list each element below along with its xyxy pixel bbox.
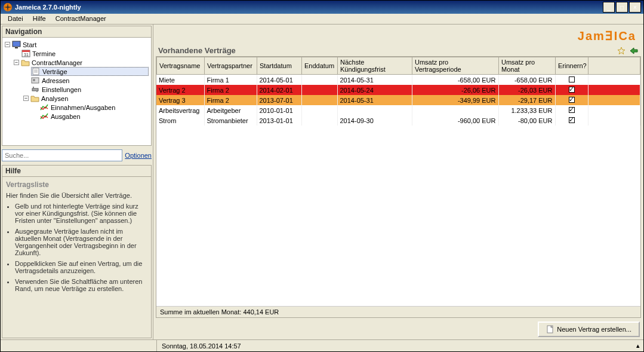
cell-remind[interactable] [555, 115, 588, 126]
hilfe-bullet: Ausgegraute Verträge laufen nicht im akt… [15, 228, 147, 256]
cell-name: Arbeitsvertrag [156, 105, 204, 115]
tree-node-einstellungen[interactable]: Einstellungen [5, 85, 149, 94]
table-row[interactable]: Vertrag 2Firma 22014-02-012014-05-24-26,… [156, 85, 640, 95]
table-scroll[interactable]: MieteFirma 12014-05-012014-05-31-658,00 … [156, 75, 640, 306]
cell-spacer [588, 75, 640, 85]
svg-rect-2 [15, 47, 18, 48]
svg-point-11 [33, 79, 35, 81]
cell-remind[interactable] [555, 75, 588, 85]
new-contract-label: Neuen Vertrag erstellen... [557, 326, 631, 333]
cell-name: Miete [156, 75, 204, 85]
col-umsatz-monat[interactable]: Umsatz pro Monat [499, 57, 556, 75]
col-spacer [588, 57, 640, 75]
table-row[interactable]: Vertrag 3Firma 22013-07-012014-05-31-349… [156, 95, 640, 105]
menu-datei[interactable]: Datei [3, 14, 28, 24]
app-icon [3, 2, 13, 12]
cell-start: 2013-01-01 [257, 115, 301, 126]
status-chevron-up-icon[interactable]: ▴ [636, 342, 640, 350]
svg-rect-1 [13, 41, 20, 47]
table-body: MieteFirma 12014-05-012014-05-31-658,00 … [156, 75, 640, 126]
logo-bar: JamƎICa [156, 27, 641, 45]
title-bar: Jameica 2.7.0-nightly _ □ × [1, 1, 643, 14]
menu-contractmanager[interactable]: ContractManager [51, 14, 111, 24]
cell-remind[interactable] [555, 105, 588, 115]
hilfe-panel: Hilfe Vertragsliste Hier finden Sie die … [2, 165, 152, 338]
tree-label: Start [23, 41, 36, 48]
status-left [4, 340, 157, 351]
col-umsatz-periode[interactable]: Umsatz pro Vertragsperiode [412, 57, 499, 75]
tree-node-analysen[interactable]: − Analysen [5, 94, 149, 103]
cell-u_per: -658,00 EUR [412, 75, 498, 85]
cell-spacer [588, 115, 640, 126]
col-startdatum[interactable]: Startdatum [257, 57, 302, 75]
tree-node-vertraege[interactable]: Verträge [31, 67, 149, 76]
optionen-link[interactable]: Optionen [125, 152, 152, 159]
folder-open-icon [21, 59, 30, 66]
cell-name: Vertrag 2 [156, 85, 204, 95]
tree-node-contractmanager[interactable]: − ContractManager [5, 58, 149, 67]
hilfe-bullet: Gelb und rot hinterlegte Verträge sind k… [15, 203, 147, 224]
cell-start: 2010-01-01 [257, 105, 301, 115]
expand-icon[interactable]: − [23, 96, 29, 101]
cell-remind[interactable] [555, 85, 588, 95]
maximize-button[interactable]: □ [616, 2, 628, 13]
tree-label: Termine [32, 50, 56, 57]
tree-node-start[interactable]: − Start [5, 40, 149, 49]
table-row[interactable]: MieteFirma 12014-05-012014-05-31-658,00 … [156, 75, 640, 85]
cell-start: 2014-02-01 [257, 85, 301, 95]
summary-row: Summe im aktuellen Monat: 440,14 EUR [156, 306, 640, 317]
col-vertragspartner[interactable]: Vertragspartner [205, 57, 257, 75]
contracts-table: Vertragsname Vertragspartner Startdatum … [156, 57, 640, 75]
hilfe-heading: Vertragsliste [6, 180, 147, 189]
table-row[interactable]: StromStromanbieter2013-01-012014-09-30-9… [156, 115, 640, 126]
hilfe-bullet: Doppelklicken Sie auf einen Vertrag, um … [15, 260, 147, 274]
checkbox-icon[interactable] [569, 76, 575, 82]
tree-node-termine[interactable]: 31 Termine [5, 49, 149, 58]
chart-icon [40, 112, 49, 120]
document-icon [32, 68, 41, 75]
cell-partner: Firma 2 [204, 85, 257, 95]
cell-u_per: -349,99 EUR [412, 95, 498, 105]
page-title: Vorhandene Verträge [158, 46, 617, 55]
monitor-icon [12, 41, 21, 48]
close-button[interactable]: × [629, 2, 641, 13]
checkbox-icon[interactable] [569, 87, 575, 93]
tree-node-adressen[interactable]: Adressen [5, 76, 149, 85]
checkbox-icon[interactable] [569, 97, 575, 103]
col-erinnern[interactable]: Erinnern? [556, 57, 588, 75]
logo: JamƎICa [578, 29, 636, 43]
minimize-button[interactable]: _ [603, 2, 615, 13]
tree-label: Adressen [42, 77, 69, 84]
col-kuendigungsfrist[interactable]: Nächste Kündigungsfrist [338, 57, 412, 75]
new-contract-button[interactable]: Neuen Vertrag erstellen... [538, 322, 640, 337]
svg-rect-14 [36, 90, 38, 92]
back-arrow-icon[interactable] [629, 47, 639, 55]
tree-node-ausgaben[interactable]: Ausgaben [5, 112, 149, 121]
button-row: Neuen Vertrag erstellen... [156, 319, 641, 337]
cell-u_mon: -658,00 EUR [498, 75, 555, 85]
cell-name: Vertrag 3 [156, 95, 204, 105]
search-row: Optionen [2, 148, 152, 163]
left-pane: Navigation − Start 31 Termine − Contract… [1, 25, 153, 339]
svg-rect-10 [32, 78, 39, 83]
search-input[interactable] [2, 149, 122, 161]
col-vertragsname[interactable]: Vertragsname [157, 57, 205, 75]
star-icon[interactable] [617, 47, 625, 55]
calendar-icon: 31 [21, 50, 30, 57]
col-enddatum[interactable]: Enddatum [302, 57, 338, 75]
hilfe-bullet: Verwenden Sie die Schaltfläche am untere… [15, 278, 147, 292]
menu-hilfe[interactable]: Hilfe [28, 14, 51, 24]
cell-name: Strom [156, 115, 204, 126]
tree-node-einnahmen-ausgaben[interactable]: Einnahmen/Ausgaben [5, 103, 149, 112]
cell-end [301, 105, 337, 115]
cell-remind[interactable] [555, 95, 588, 105]
right-pane: JamƎICa Vorhandene Verträge Vertragsname… [153, 25, 643, 339]
table-row[interactable]: ArbeitsvertragArbeitgeber2010-01-011.233… [156, 105, 640, 115]
checkbox-icon[interactable] [569, 107, 575, 113]
expand-icon[interactable]: − [5, 42, 10, 47]
svg-rect-4 [22, 50, 30, 52]
chart-icon [40, 103, 49, 111]
window-buttons: _ □ × [603, 2, 641, 13]
expand-icon[interactable]: − [14, 60, 19, 65]
checkbox-icon[interactable] [569, 117, 575, 123]
